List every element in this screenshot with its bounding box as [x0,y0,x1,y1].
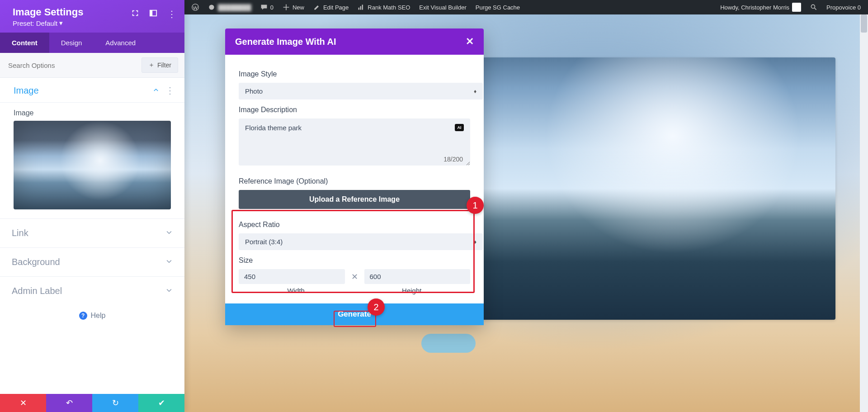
undo-icon: ↶ [66,398,73,408]
focus-icon[interactable] [131,9,139,19]
redo-button[interactable]: ↻ [92,394,138,412]
comments[interactable]: 0 [257,0,277,14]
aspect-ratio-label: Aspect Ratio [239,221,470,229]
svg-rect-2 [359,8,359,10]
char-counter: 18/200 [443,156,463,163]
ai-enhance-icon[interactable]: AI [455,124,464,131]
wp-admin-bar: ████████ 0 New Edit Page Rank Math SEO E… [184,0,868,14]
search-icon[interactable] [807,0,821,14]
edit-page[interactable]: Edit Page [310,0,352,14]
width-input[interactable] [239,269,345,284]
svg-point-0 [192,4,198,10]
generate-button[interactable]: Generate [225,303,484,325]
image-field: Image [0,103,184,219]
chevron-down-icon [165,286,173,296]
kebab-menu-icon[interactable]: ⋮ [167,9,176,19]
panel-header: Image Settings Preset: Default▾ ⋮ [0,0,184,33]
svg-point-1 [209,5,214,9]
tab-content[interactable]: Content [0,33,49,53]
width-sublabel: Width [288,287,305,294]
undo-button[interactable]: ↶ [46,394,92,412]
image-style-label: Image Style [239,70,470,78]
svg-rect-4 [362,5,363,9]
chevron-down-icon [165,228,173,238]
svg-point-5 [811,5,815,8]
aspect-ratio-select[interactable]: Portrait (3:4) ♦ [239,233,483,250]
book-now-button[interactable] [421,334,476,353]
check-icon: ✔ [158,398,165,408]
group-admin-label[interactable]: Admin Label [0,277,184,305]
group-background[interactable]: Background [0,248,184,277]
rank-math-seo[interactable]: Rank Math SEO [354,0,414,14]
dimension-separator-icon: ✕ [351,272,358,282]
close-icon: ✕ [20,398,27,408]
preset-dropdown[interactable]: Preset: Default▾ [13,19,83,27]
group-link[interactable]: Link [0,219,184,248]
search-input[interactable] [6,59,137,72]
new-content[interactable]: New [279,0,308,14]
exit-visual-builder[interactable]: Exit Visual Builder [415,0,470,14]
select-caret-icon: ♦ [474,88,476,95]
description-label: Image Description [239,106,470,114]
svg-rect-3 [360,6,361,10]
reference-image-label: Reference Image (Optional) [239,177,470,185]
module-image-preview[interactable] [474,57,835,320]
module-settings-panel: Image Settings Preset: Default▾ ⋮ Conten… [0,0,184,412]
height-sublabel: Height [402,287,421,294]
caret-down-icon: ▾ [59,19,63,27]
panel-title: Image Settings [13,6,83,18]
purge-sg-cache[interactable]: Purge SG Cache [472,0,524,14]
search-row: ＋ Filter [0,53,184,78]
panel-footer: ✕ ↶ ↻ ✔ [0,394,184,412]
propovoice[interactable]: Propovoice 0 [823,0,864,14]
avatar [792,3,801,12]
cancel-button[interactable]: ✕ [0,394,46,412]
save-button[interactable]: ✔ [138,394,184,412]
modal-header: Generate Image With AI ✕ [225,28,484,55]
help-link[interactable]: ? Help [0,305,184,322]
image-label: Image [14,109,171,117]
wp-logo[interactable] [188,0,203,14]
scrollbar-thumb[interactable] [861,14,867,33]
image-style-select[interactable]: Photo ♦ [239,83,483,99]
plus-icon: ＋ [148,61,155,69]
description-textarea[interactable] [239,118,470,166]
chevron-up-icon [153,85,159,96]
select-caret-icon: ♦ [474,239,476,245]
group-image[interactable]: Image ⋮ [0,78,184,103]
modal-title: Generate Image With AI [235,37,336,47]
upload-reference-button[interactable]: Upload a Reference Image [239,190,470,209]
svg-rect-7 [150,10,152,16]
image-thumbnail[interactable] [14,121,171,209]
settings-tabs: Content Design Advanced [0,33,184,53]
dock-icon[interactable] [149,9,157,19]
kebab-icon[interactable]: ⋮ [165,85,175,96]
scrollbar-track [860,14,868,412]
ai-image-modal: Generate Image With AI ✕ Image Style Pho… [225,28,484,325]
chevron-down-icon [165,257,173,267]
help-icon: ? [79,312,87,320]
site-name[interactable]: ████████ [204,0,255,14]
size-label: Size [239,256,470,265]
height-input[interactable] [364,269,471,284]
redo-icon: ↻ [112,398,119,408]
filter-button[interactable]: ＋ Filter [142,57,178,73]
user-menu[interactable]: Howdy, Christopher Morris [717,0,805,14]
tab-design[interactable]: Design [49,33,94,53]
tab-advanced[interactable]: Advanced [94,33,147,53]
close-icon[interactable]: ✕ [466,36,474,47]
